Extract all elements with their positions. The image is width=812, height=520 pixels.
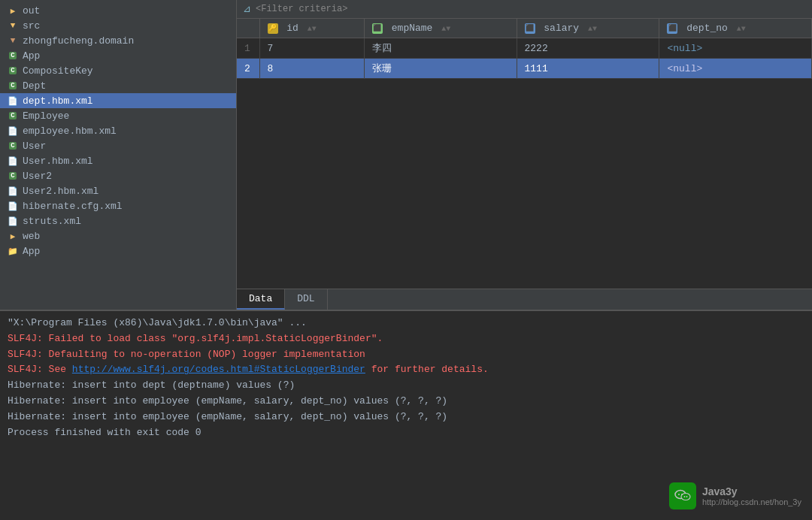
svg-point-4 [681,494,683,495]
sidebar: ▶ out ▼ src ▼ zhongfucheng.domain C App … [0,0,237,310]
cell-id: 8 [259,59,364,79]
sidebar-label-App: App [23,50,40,62]
class-icon: C [6,50,20,62]
watermark-text: Java3y http://blog.csdn.net/hon_3y [702,485,801,506]
sidebar-item-hibernate-cfg[interactable]: 📄 hibernate.cfg.xml [0,198,236,213]
xml-icon: 📄 [6,155,20,167]
xml-icon: 📄 [6,95,20,107]
sidebar-label-User2: User2 [23,171,52,182]
cell-dept_no: <null> [659,38,812,59]
sidebar-label-out: out [23,5,40,17]
sidebar-label-User-hbm: User.hbm.xml [23,156,93,167]
sidebar-label-User: User [23,141,46,152]
db-panel: ⊿ <Filter criteria> 🔑 id ▲▼ ⬛ [237,0,812,289]
sidebar-item-User-hbm[interactable]: 📄 User.hbm.xml [0,153,236,168]
th-empName[interactable]: ⬛ empName ▲▼ [364,19,517,38]
sidebar-item-User2-hbm[interactable]: 📄 User2.hbm.xml [0,183,236,198]
th-empName-label: empName [392,23,433,34]
console-line: Process finished with exit code 0 [8,425,804,441]
cell-salary: 1111 [517,59,659,79]
cell-salary: 2222 [517,38,659,59]
cell-rownum: 2 [237,59,259,79]
cell-rownum: 1 [237,38,259,59]
folder-icon: ▼ [6,20,20,32]
sidebar-label-User2-hbm: User2.hbm.xml [23,186,98,197]
sidebar-label-hibernate-cfg: hibernate.cfg.xml [23,201,123,212]
xml-icon: 📄 [6,215,20,227]
tab-bar: Data DDL [237,289,812,310]
console-line: Hibernate: insert into employee (empName… [8,394,804,410]
folder-icon: ▼ [6,35,20,47]
sidebar-item-web[interactable]: ▶ web [0,228,236,243]
sidebar-label-domain: zhongfucheng.domain [23,35,134,47]
sidebar-item-app-root[interactable]: 📁 App [0,243,236,258]
class-icon: C [6,80,20,92]
cell-empName: 李四 [364,38,517,59]
svg-point-6 [686,496,687,497]
tab-ddl[interactable]: DDL [285,289,327,310]
sidebar-label-employee-hbm: employee.hbm.xml [23,125,117,137]
tab-data[interactable]: Data [237,289,285,310]
sidebar-item-Employee[interactable]: C Employee [0,108,236,123]
sidebar-label-Employee: Employee [23,110,69,122]
console-line: Hibernate: insert into dept (deptname) v… [8,378,804,394]
table-row[interactable]: 17李四2222<null> [237,38,812,59]
table-header-row: 🔑 id ▲▼ ⬛ empName ▲▼ ⬛ salary ▲▼ [237,19,812,38]
int-icon: ⬛ [667,23,677,34]
folder-icon: ▶ [6,230,20,242]
folder-icon: 📁 [6,245,20,257]
th-dept_no[interactable]: ⬛ dept_no ▲▼ [659,19,812,38]
sidebar-item-domain[interactable]: ▼ zhongfucheng.domain [0,33,236,48]
sidebar-item-User[interactable]: C User [0,138,236,153]
console-line: SLF4J: Failed to load class "org.slf4j.i… [8,331,804,347]
folder-icon: ▶ [6,5,20,17]
console-line: SLF4J: Defaulting to no-operation (NOP) … [8,347,804,363]
sidebar-label-dept-hbm: dept.hbm.xml [23,95,93,107]
th-salary-label: salary [544,23,579,34]
db-table: 🔑 id ▲▼ ⬛ empName ▲▼ ⬛ salary ▲▼ [237,19,812,79]
sidebar-item-struts[interactable]: 📄 struts.xml [0,213,236,228]
sidebar-label-src: src [23,20,40,32]
sidebar-item-out[interactable]: ▶ out [0,3,236,18]
class-icon: C [6,110,20,122]
sidebar-label-CompositeKey: CompositeKey [23,65,93,77]
console-line: "X:\Program Files (x86)\Java\jdk1.7.0\bi… [8,316,804,331]
th-dept_no-label: dept_no [686,23,728,34]
int-icon: ⬛ [525,23,535,34]
sidebar-item-User2[interactable]: C User2 [0,168,236,183]
console-line: SLF4J: See http://www.slf4j.org/codes.ht… [8,362,804,378]
key-icon: 🔑 [268,23,278,34]
sort-icon: ▲▼ [588,25,597,33]
th-salary[interactable]: ⬛ salary ▲▼ [517,19,659,38]
wechat-icon [669,482,696,509]
watermark: Java3y http://blog.csdn.net/hon_3y [669,482,801,509]
right-panel: ⊿ <Filter criteria> 🔑 id ▲▼ ⬛ [237,0,812,310]
cell-dept_no: <null> [659,59,812,79]
sidebar-item-CompositeKey[interactable]: C CompositeKey [0,63,236,78]
filter-bar: ⊿ <Filter criteria> [237,0,812,19]
cell-id: 7 [259,38,364,59]
sidebar-label-web: web [23,231,40,242]
sidebar-item-Dept[interactable]: C Dept [0,78,236,93]
sidebar-item-src[interactable]: ▼ src [0,18,236,33]
class-icon: C [6,65,20,77]
class-icon: C [6,140,20,152]
sidebar-label-app-root: App [23,246,40,257]
brand-url: http://blog.csdn.net/hon_3y [702,497,801,506]
svg-point-5 [683,496,685,497]
console-link[interactable]: http://www.slf4j.org/codes.html#StaticLo… [72,364,365,375]
sort-icon: ▲▼ [308,25,317,33]
console-line: Hibernate: insert into employee (empName… [8,410,804,425]
filter-icon: ⊿ [243,3,251,15]
xml-icon: 📄 [6,125,20,137]
str-icon: ⬛ [372,23,383,34]
sidebar-label-struts: struts.xml [23,216,81,227]
table-row[interactable]: 28张珊1111<null> [237,59,812,79]
class-icon: C [6,170,20,182]
sidebar-item-dept-hbm[interactable]: 📄 dept.hbm.xml [0,93,236,108]
sidebar-item-employee-hbm[interactable]: 📄 employee.hbm.xml [0,123,236,138]
xml-icon: 📄 [6,200,20,212]
sidebar-label-Dept: Dept [23,80,46,92]
sidebar-item-App[interactable]: C App [0,48,236,63]
th-id[interactable]: 🔑 id ▲▼ [259,19,364,38]
